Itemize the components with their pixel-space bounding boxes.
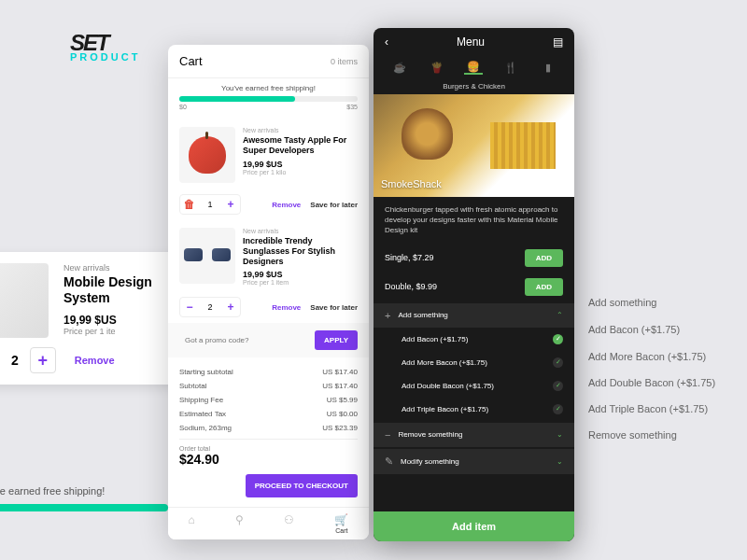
promo-input[interactable]	[179, 330, 309, 350]
bg-addon-item: Add More Bacon (+$1.75)	[588, 351, 706, 362]
nav-account[interactable]: ⚇	[284, 513, 294, 534]
add-item-button[interactable]: Add item	[374, 511, 574, 541]
chevron-down-icon: ⌄	[557, 430, 563, 439]
order-total-label: Order total	[179, 445, 219, 452]
menu-description: Chickenburger tapped with fresh atomic a…	[374, 197, 574, 244]
tab-sides[interactable]: 🍟	[428, 60, 446, 75]
tab-meals[interactable]: 🍴	[501, 60, 520, 75]
menu-section-add[interactable]: +Add something ⌃	[374, 303, 574, 328]
addon-label: Add More Bacon (+$1.75)	[402, 358, 487, 367]
addon-label: Add Double Bacon (+$1.75)	[402, 382, 494, 390]
menu-category-tabs: ☕ 🍟 🍔 🍴 ▮	[374, 56, 574, 78]
bg-plus-button[interactable]: +	[30, 347, 56, 373]
cart-qty-stepper[interactable]: − 2 +	[179, 297, 241, 317]
bg-unit: Price per 1 ite	[63, 327, 176, 336]
cart-item-unit: Price per 1 item	[243, 279, 358, 286]
apply-button[interactable]: APPLY	[315, 330, 358, 350]
cart-shipping-progress: You've earned free shipping! $0$35	[168, 78, 369, 119]
cart-qty-value: 1	[203, 200, 218, 209]
cart-totals: Starting subtotalUS $17.40 SubtotalUS $1…	[168, 357, 369, 474]
menu-panel: ‹ Menu ▤ ☕ 🍟 🍔 🍴 ▮ Burgers & Chicken Smo…	[374, 28, 574, 541]
menu-addon-row[interactable]: Add More Bacon (+$1.75) ✓	[374, 351, 574, 374]
delete-icon[interactable]: 🗑	[182, 197, 197, 212]
menu-section-label: Modify something	[401, 457, 459, 466]
tab-more[interactable]: ▮	[539, 60, 557, 75]
bg-tag: New arrivals	[63, 263, 176, 273]
bg-addon-item: Add Triple Bacon (+$1.75)	[588, 403, 708, 414]
tab-burgers[interactable]: 🍔	[464, 60, 483, 75]
addon-label: Add Triple Bacon (+$1.75)	[402, 405, 488, 413]
cart-item: New arrivals Awesome Tasty Apple For Sup…	[168, 119, 369, 190]
bg-remove-link[interactable]: Remove	[75, 355, 115, 366]
pencil-icon: ✎	[385, 455, 393, 468]
cart-qty-stepper[interactable]: 🗑 1 +	[179, 194, 241, 215]
save-later-link[interactable]: Save for later	[310, 201, 358, 209]
check-icon[interactable]: ✓	[553, 357, 563, 368]
total-label: Shipping Fee	[179, 396, 223, 404]
nav-cart[interactable]: 🛒Cart	[334, 513, 348, 534]
cart-item: New arrivals Incredible Trendy Sunglasse…	[168, 220, 369, 293]
save-later-link[interactable]: Save for later	[310, 303, 358, 312]
search-icon: ⚲	[235, 513, 244, 526]
cart-ship-min: $0	[179, 104, 187, 110]
menu-section-label: Remove something	[398, 430, 462, 439]
cart-ship-max: $35	[346, 104, 358, 110]
menu-addon-row[interactable]: Add Bacon (+$1.75) ✓	[374, 328, 574, 351]
menu-option-label: Double, $9.99	[385, 282, 437, 291]
cart-count: 0 items	[331, 57, 358, 66]
check-icon[interactable]: ✓	[553, 404, 563, 414]
tab-drinks[interactable]: ☕	[390, 60, 409, 75]
cart-item-unit: Price per 1 kilo	[243, 169, 358, 175]
menu-section-remove[interactable]: −Remove something ⌄	[374, 423, 574, 447]
logo-line1: SET	[70, 33, 140, 53]
add-button[interactable]: ADD	[525, 278, 563, 296]
total-label: Sodium, 263mg	[179, 424, 232, 432]
cart-item-image	[179, 127, 235, 183]
menu-section-modify[interactable]: ✎Modify something ⌄	[374, 449, 574, 474]
cart-qty-value: 2	[203, 302, 218, 312]
minus-button[interactable]: −	[182, 300, 197, 315]
remove-link[interactable]: Remove	[272, 303, 301, 312]
bg-price: 19,99 $US	[63, 314, 176, 327]
plus-icon: +	[385, 310, 390, 321]
menu-hero-image: SmokeShack	[374, 94, 574, 197]
total-label: Starting subtotal	[179, 368, 233, 376]
cart-item-tag: New arrivals	[243, 127, 358, 133]
bg-ship-bar	[0, 504, 168, 511]
menu-category-label: Burgers & Chicken	[374, 78, 574, 94]
bg-product-thumb	[0, 263, 49, 338]
bg-addon-header: Add something	[588, 297, 656, 308]
checkout-button[interactable]: PROCEED TO CHECKOUT	[246, 474, 358, 497]
cart-item-price: 19,99 $US	[243, 270, 358, 279]
nav-search[interactable]: ⚲	[235, 513, 244, 534]
total-value: US $17.40	[322, 382, 358, 390]
menu-option-row: Double, $9.99 ADD	[374, 273, 574, 301]
back-icon[interactable]: ‹	[385, 35, 388, 49]
minus-icon: −	[385, 429, 390, 441]
cart-item-image	[179, 228, 235, 284]
bg-addon-header: Remove something	[588, 429, 677, 441]
cart-item-name: Incredible Trendy Sunglasses For Stylish…	[243, 236, 358, 266]
menu-addon-row[interactable]: Add Double Bacon (+$1.75) ✓	[374, 374, 574, 398]
chevron-down-icon: ⌄	[557, 457, 563, 466]
clipboard-icon[interactable]: ▤	[553, 35, 563, 49]
cart-item-name: Awesome Tasty Apple For Super Developers	[243, 135, 358, 156]
check-icon[interactable]: ✓	[553, 381, 563, 391]
check-icon[interactable]: ✓	[553, 334, 563, 344]
plus-button[interactable]: +	[223, 300, 238, 315]
cart-promo-row: APPLY	[168, 323, 369, 357]
cart-icon: 🛒	[334, 513, 348, 526]
menu-addon-row[interactable]: Add Triple Bacon (+$1.75) ✓	[374, 398, 574, 421]
menu-option-label: Single, $7.29	[385, 253, 434, 262]
menu-title: Menu	[457, 35, 485, 49]
plus-button[interactable]: +	[223, 197, 238, 212]
add-button[interactable]: ADD	[525, 249, 563, 267]
chevron-up-icon: ⌃	[557, 311, 563, 319]
menu-option-row: Single, $7.29 ADD	[374, 244, 574, 273]
bg-product-card: New arrivals Mobile Design System 19,99 …	[0, 252, 187, 385]
cart-panel: Cart 0 items You've earned free shipping…	[168, 45, 369, 539]
nav-home[interactable]: ⌂	[189, 513, 195, 534]
nav-label: Cart	[335, 527, 347, 534]
remove-link[interactable]: Remove	[272, 201, 301, 209]
total-value: US $5.99	[327, 396, 358, 404]
